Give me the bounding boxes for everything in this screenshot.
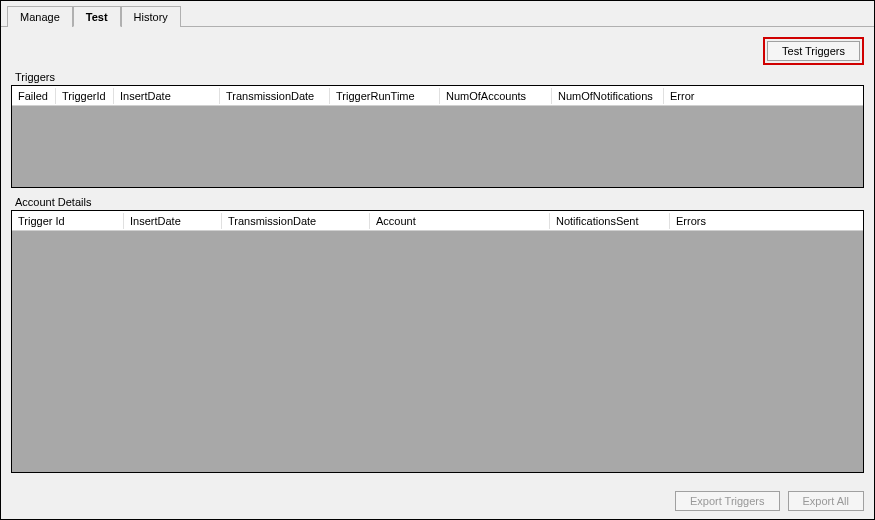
col-acc-triggerid[interactable]: Trigger Id: [12, 213, 124, 229]
col-acc-insertdate[interactable]: InsertDate: [124, 213, 222, 229]
account-details-grid[interactable]: Trigger Id InsertDate TransmissionDate A…: [11, 210, 864, 473]
account-details-label: Account Details: [15, 196, 864, 208]
col-numnotifications[interactable]: NumOfNotifications: [552, 88, 664, 104]
col-acc-errors[interactable]: Errors: [670, 213, 863, 229]
tab-bar: Manage Test History: [1, 1, 874, 27]
account-grid-body: [12, 231, 863, 472]
col-acc-transmissiondate[interactable]: TransmissionDate: [222, 213, 370, 229]
triggers-grid-body: [12, 106, 863, 187]
col-numaccounts[interactable]: NumOfAccounts: [440, 88, 552, 104]
col-acc-notificationssent[interactable]: NotificationsSent: [550, 213, 670, 229]
col-acc-account[interactable]: Account: [370, 213, 550, 229]
triggers-grid-header: Failed TriggerId InsertDate Transmission…: [12, 86, 863, 106]
col-triggerid[interactable]: TriggerId: [56, 88, 114, 104]
account-details-groupbox: Account Details Trigger Id InsertDate Tr…: [11, 196, 864, 473]
triggers-grid[interactable]: Failed TriggerId InsertDate Transmission…: [11, 85, 864, 188]
highlight-test-triggers: Test Triggers: [763, 37, 864, 65]
col-insertdate[interactable]: InsertDate: [114, 88, 220, 104]
export-all-button[interactable]: Export All: [788, 491, 864, 511]
tab-history[interactable]: History: [121, 6, 181, 27]
tab-test[interactable]: Test: [73, 6, 121, 27]
account-grid-header: Trigger Id InsertDate TransmissionDate A…: [12, 211, 863, 231]
col-error[interactable]: Error: [664, 88, 863, 104]
col-triggerruntime[interactable]: TriggerRunTime: [330, 88, 440, 104]
export-triggers-button[interactable]: Export Triggers: [675, 491, 780, 511]
col-transmissiondate[interactable]: TransmissionDate: [220, 88, 330, 104]
col-failed[interactable]: Failed: [12, 88, 56, 104]
tab-manage[interactable]: Manage: [7, 6, 73, 27]
test-triggers-button[interactable]: Test Triggers: [767, 41, 860, 61]
tab-content-test: Test Triggers Triggers Failed TriggerId …: [1, 27, 874, 520]
triggers-label: Triggers: [15, 71, 864, 83]
triggers-groupbox: Triggers Failed TriggerId InsertDate Tra…: [11, 71, 864, 188]
